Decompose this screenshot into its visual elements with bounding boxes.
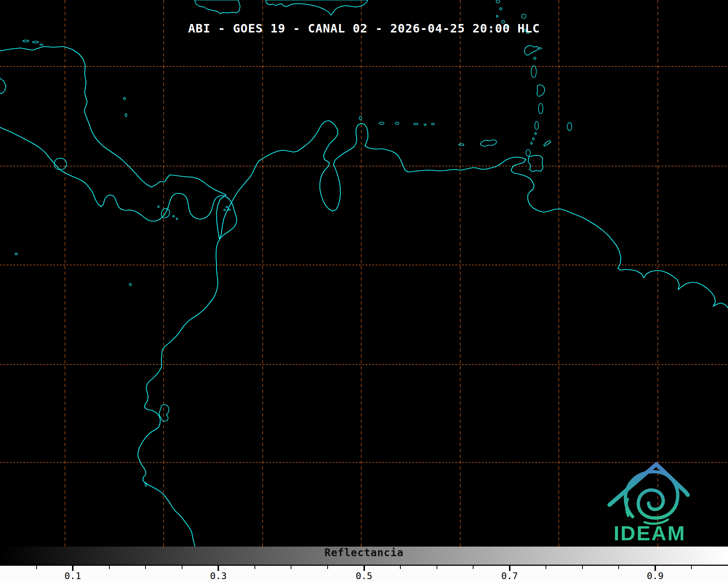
islet xyxy=(459,144,464,146)
islet xyxy=(526,149,530,156)
islet xyxy=(535,121,539,130)
ideam-logo-text: IDEAM xyxy=(613,521,686,545)
colorbar-minor-tick xyxy=(691,566,692,569)
islet xyxy=(424,124,426,125)
colorbar-major-tick xyxy=(218,566,219,571)
islet xyxy=(431,123,434,125)
islet xyxy=(533,138,534,140)
islet xyxy=(125,114,127,117)
colorbar-minor-tick xyxy=(109,566,110,569)
colorbar-label: Reflectancia xyxy=(0,547,728,559)
colorbar-minor-tick xyxy=(546,566,546,569)
islet xyxy=(158,206,159,207)
islet xyxy=(224,209,225,211)
colorbar-minor-tick xyxy=(618,566,619,569)
islet xyxy=(539,48,541,49)
islet xyxy=(33,41,38,43)
islet xyxy=(395,122,399,124)
islet xyxy=(496,16,498,17)
islet xyxy=(124,97,126,100)
islet xyxy=(130,283,131,286)
islet xyxy=(15,253,17,255)
islet xyxy=(531,142,532,144)
islet xyxy=(534,57,536,59)
colorbar-minor-tick xyxy=(291,566,291,569)
coastline-pacific-coast-nicaragua-to-peru xyxy=(0,127,237,547)
islet xyxy=(500,8,502,10)
coastline-jamaica xyxy=(195,0,240,14)
latlon-gridlines xyxy=(0,0,728,547)
colorbar-tick-label: 0.9 xyxy=(647,571,663,581)
ideam-logo: IDEAM xyxy=(609,464,688,545)
colorbar-minor-tick xyxy=(473,566,474,569)
colorbar-tick-label: 0.1 xyxy=(65,571,81,581)
islet xyxy=(522,14,526,18)
coastline-el-salvador-coast-fragment xyxy=(0,78,6,94)
islet xyxy=(539,103,543,114)
coastline-margarita xyxy=(480,140,497,146)
colorbar-minor-tick xyxy=(254,566,255,569)
coastline-trinidad xyxy=(528,155,543,172)
coastline-martinique xyxy=(537,85,545,96)
colorbar-minor-tick xyxy=(437,566,437,569)
islet xyxy=(173,216,175,217)
colorbar-tick-label: 0.7 xyxy=(501,571,518,581)
coastlines xyxy=(0,0,728,547)
islet xyxy=(229,209,230,210)
image-title: ABI - GOES 19 - CANAL 02 - 2026-04-25 20… xyxy=(0,21,728,35)
coastline-lake-nicaragua xyxy=(54,158,66,170)
islet xyxy=(496,0,500,3)
coastline-guadeloupe xyxy=(524,46,538,55)
colorbar-minor-tick xyxy=(327,566,328,569)
colorbar-major-tick xyxy=(363,566,365,571)
colorbar-tick-label: 0.3 xyxy=(210,571,227,581)
colorbar-minor-tick xyxy=(582,566,583,569)
coastline-hispaniola-south-coast xyxy=(266,0,368,15)
islet xyxy=(535,132,536,135)
colorbar-major-tick xyxy=(654,566,656,571)
islet xyxy=(23,40,29,42)
colorbar: Reflectancia xyxy=(0,547,728,566)
colorbar-minor-tick xyxy=(182,566,182,569)
satellite-image-viewer: IDEAM ABI - GOES 19 - CANAL 02 - 2026-04… xyxy=(0,0,728,582)
islet xyxy=(40,44,43,45)
islet xyxy=(379,122,384,124)
colorbar-minor-tick xyxy=(36,566,37,569)
colorbar-tick-label: 0.5 xyxy=(356,571,372,581)
coastline-central-america-caribbean-south-america-coast xyxy=(0,47,728,308)
colorbar-minor-tick xyxy=(145,566,146,569)
islet xyxy=(567,123,572,131)
islet xyxy=(226,206,228,208)
colorbar-minor-tick xyxy=(400,566,401,569)
coastline-puna-island-guayaquil xyxy=(159,404,169,421)
islet xyxy=(176,218,178,220)
colorbar-major-tick xyxy=(72,566,74,571)
satellite-map: IDEAM xyxy=(0,0,728,547)
islet xyxy=(531,66,536,78)
colorbar-axis: 0.10.30.50.70.9 xyxy=(0,566,728,582)
colorbar-major-tick xyxy=(509,566,510,571)
ideam-spiral-icon xyxy=(625,472,678,518)
islet xyxy=(414,123,418,125)
coastline-tobago xyxy=(544,141,551,146)
